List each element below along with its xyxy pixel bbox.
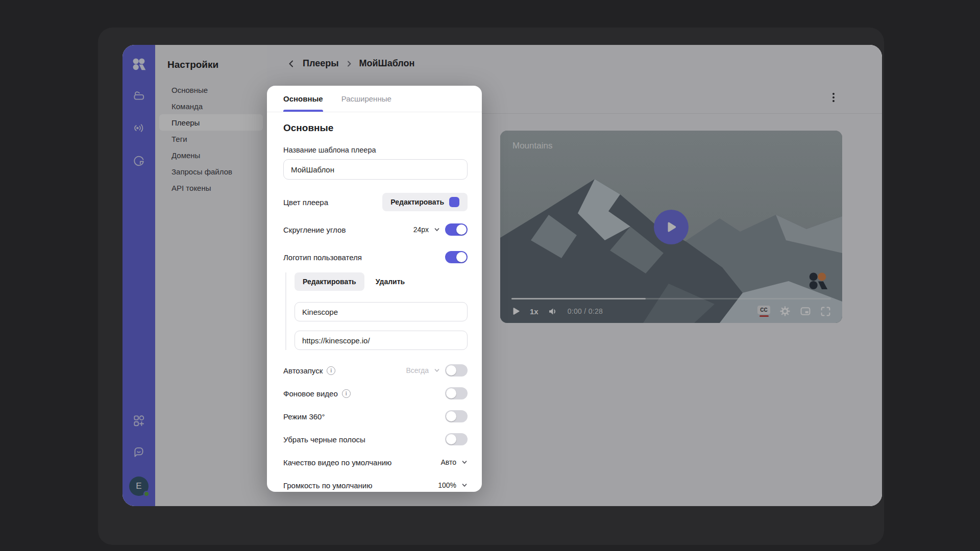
modal-backdrop[interactable] xyxy=(122,45,882,506)
user-logo-row: Логотип пользователя xyxy=(283,250,468,264)
background-video-toggle[interactable] xyxy=(445,387,468,399)
template-name-label: Название шаблона плеера xyxy=(283,146,468,154)
default-volume-dropdown[interactable]: 100% xyxy=(438,481,468,489)
modal-tabs: Основные Расширенные xyxy=(267,86,482,112)
user-logo-settings: Редактировать Удалить xyxy=(285,272,468,350)
logo-edit-button[interactable]: Редактировать xyxy=(295,272,364,291)
background-video-label: Фоновое видео xyxy=(283,389,338,398)
chevron-down-icon xyxy=(434,367,440,373)
player-color-label: Цвет плеера xyxy=(283,198,328,207)
corner-radius-toggle[interactable] xyxy=(445,223,468,236)
default-quality-dropdown[interactable]: Авто xyxy=(440,458,468,466)
remove-black-bars-toggle[interactable] xyxy=(445,433,468,445)
default-quality-label: Качество видео по умолчанию xyxy=(283,458,391,467)
autoplay-toggle[interactable] xyxy=(445,364,468,377)
player-color-row: Цвет плеера Редактировать xyxy=(283,193,468,211)
color-swatch[interactable] xyxy=(449,197,459,207)
default-quality-row: Качество видео по умолчанию Авто xyxy=(283,455,468,469)
tab-rasshirennye[interactable]: Расширенные xyxy=(341,86,391,112)
mode-360-label: Режим 360° xyxy=(283,412,325,421)
autoplay-row: Автозапуск i Всегда xyxy=(283,363,468,378)
mode-360-toggle[interactable] xyxy=(445,410,468,422)
default-volume-label: Громкость по умолчанию xyxy=(283,481,373,490)
background-video-row: Фоновое видео i xyxy=(283,386,468,400)
app-window: E Настройки Основные Команда Плееры Теги… xyxy=(122,45,882,506)
chevron-down-icon xyxy=(461,482,468,488)
player-template-modal: Основные Расширенные Основные Название ш… xyxy=(267,86,482,492)
autoplay-label: Автозапуск xyxy=(283,366,323,375)
tab-osnovnye[interactable]: Основные xyxy=(283,86,323,112)
info-icon[interactable]: i xyxy=(342,389,351,398)
logo-url-input[interactable] xyxy=(295,331,468,350)
autoplay-value: Всегда xyxy=(406,366,429,374)
corner-radius-value[interactable]: 24px xyxy=(413,226,429,234)
default-volume-row: Громкость по умолчанию 100% xyxy=(283,478,468,492)
remove-black-bars-label: Убрать черные полосы xyxy=(283,435,365,444)
default-volume-value: 100% xyxy=(438,481,456,489)
remove-black-bars-row: Убрать черные полосы xyxy=(283,432,468,446)
user-logo-toggle[interactable] xyxy=(445,251,468,263)
edit-color-button[interactable]: Редактировать xyxy=(382,193,468,211)
corner-radius-label: Скругление углов xyxy=(283,226,346,234)
user-logo-label: Логотип пользователя xyxy=(283,253,362,262)
chevron-down-icon[interactable] xyxy=(434,227,440,233)
section-title: Основные xyxy=(283,122,468,134)
mode-360-row: Режим 360° xyxy=(283,409,468,423)
info-icon[interactable]: i xyxy=(327,366,335,375)
corner-radius-row: Скругление углов 24px xyxy=(283,222,468,237)
default-quality-value: Авто xyxy=(440,458,456,466)
logo-name-input[interactable] xyxy=(295,302,468,321)
logo-delete-button[interactable]: Удалить xyxy=(368,272,413,291)
chevron-down-icon xyxy=(461,459,468,465)
template-name-input[interactable] xyxy=(283,159,468,180)
